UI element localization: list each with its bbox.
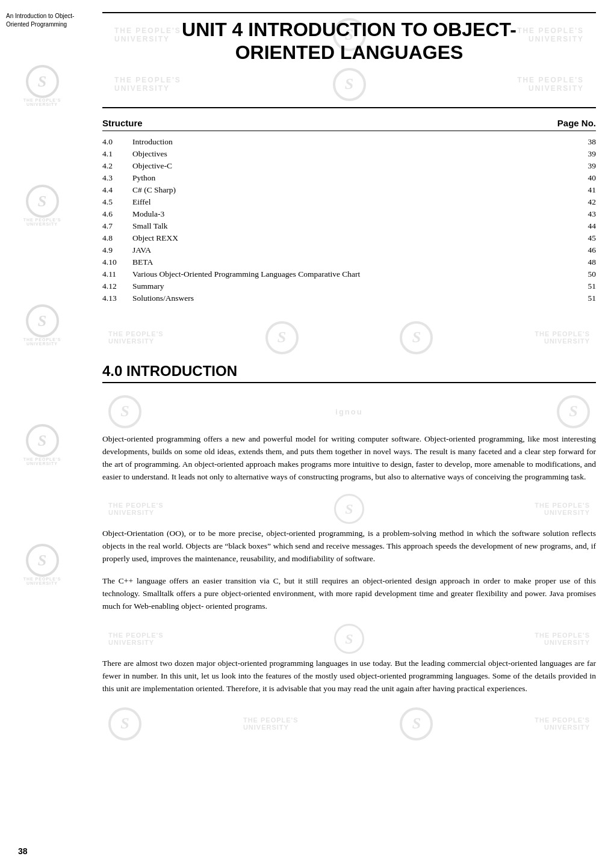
wm-row-middle: THE PEOPLE'SUNIVERSITY S S THE PEOPLE'SU…	[102, 319, 596, 357]
top-rule	[102, 12, 596, 13]
sidebar-logo-4: S THE PEOPLE'SUNIVERSITY	[6, 424, 78, 466]
wm-row-p1: S ignou S	[102, 393, 596, 431]
toc-row: 4.3 Python 40	[102, 172, 596, 184]
toc-page: 51	[560, 280, 596, 292]
toc-num: 4.1	[102, 148, 132, 160]
toc-title: JAVA	[132, 244, 560, 256]
sidebar-title: An Introduction to Object- Oriented Prog…	[6, 12, 78, 29]
sidebar-logo-3: S THE PEOPLE'SUNIVERSITY	[6, 304, 78, 346]
toc-row: 4.9 JAVA 46	[102, 244, 596, 256]
toc-page: 42	[560, 196, 596, 208]
toc-num: 4.11	[102, 268, 132, 280]
toc-num: 4.4	[102, 184, 132, 196]
toc-num: 4.7	[102, 220, 132, 232]
unit-title-line1: UNIT 4 INTRODUCTION TO OBJECT-	[182, 19, 516, 40]
sidebar-logo-5: S THE PEOPLE'SUNIVERSITY	[6, 544, 78, 585]
toc-title: C# (C Sharp)	[132, 184, 560, 196]
paragraph-1: Object-oriented programming offers a new…	[102, 433, 596, 484]
sidebar-logo-2: S THE PEOPLE'SUNIVERSITY	[6, 185, 78, 226]
section-underline	[102, 382, 596, 383]
wm-text-right-3: THE PEOPLE'SUNIVERSITY	[535, 330, 590, 345]
toc-num: 4.10	[102, 256, 132, 268]
toc-row: 4.7 Small Talk 44	[102, 220, 596, 232]
toc-title: Object REXX	[132, 232, 560, 244]
toc-page: 38	[560, 136, 596, 148]
section-4-0-title: 4.0 INTRODUCTION	[102, 363, 596, 380]
toc-row: 4.10 BETA 48	[102, 256, 596, 268]
toc-num: 4.6	[102, 208, 132, 220]
paragraph-2: Object-Orientation (OO), or to be more p…	[102, 528, 596, 565]
toc-page: 43	[560, 208, 596, 220]
toc-row: 4.11 Various Object-Oriented Programming…	[102, 268, 596, 280]
toc-num: 4.5	[102, 196, 132, 208]
toc-row: 4.2 Objective-C 39	[102, 160, 596, 172]
paragraphs-container: Object-oriented programming offers a new…	[102, 433, 596, 695]
toc-title: Objective-C	[132, 160, 560, 172]
paragraph-3: The C++ language offers an easier transi…	[102, 575, 596, 613]
toc-title: Python	[132, 172, 560, 184]
toc-title: Various Object-Oriented Programming Lang…	[132, 268, 560, 280]
toc-page: 48	[560, 256, 596, 268]
unit-title: UNIT 4 INTRODUCTION TO OBJECT- ORIENTED …	[102, 18, 596, 64]
structure-header: Structure Page No.	[102, 118, 596, 131]
toc-title: BETA	[132, 256, 560, 268]
wm-row-bottom: S THE PEOPLE'SUNIVERSITY S THE PEOPLE'SU…	[102, 705, 596, 743]
toc-row: 4.8 Object REXX 45	[102, 232, 596, 244]
toc-row: 4.6 Modula-3 43	[102, 208, 596, 220]
wm-between-para-2: THE PEOPLE'SUNIVERSITY S THE PEOPLE'SUNI…	[102, 623, 596, 655]
toc-title: Introduction	[132, 136, 560, 148]
wm-logo-mid-2: S	[400, 321, 433, 354]
toc-page: 45	[560, 232, 596, 244]
wm-text-right-2: THE PEOPLE'SUNIVERSITY	[517, 76, 584, 93]
toc-page: 39	[560, 148, 596, 160]
toc-page: 46	[560, 244, 596, 256]
toc-page: 41	[560, 184, 596, 196]
unit-title-line2: ORIENTED LANGUAGES	[235, 42, 464, 63]
wm-between-para-0: THE PEOPLE'SUNIVERSITY S THE PEOPLE'SUNI…	[102, 493, 596, 525]
toc-title: Objectives	[132, 148, 560, 160]
toc-page: 51	[560, 292, 596, 304]
toc-num: 4.2	[102, 160, 132, 172]
toc-row: 4.5 Eiffel 42	[102, 196, 596, 208]
toc-page: 44	[560, 220, 596, 232]
toc-row: 4.13 Solutions/Answers 51	[102, 292, 596, 304]
wm-text-bottom-left: THE PEOPLE'SUNIVERSITY	[243, 716, 299, 731]
toc-title: Solutions/Answers	[132, 292, 560, 304]
toc-num: 4.12	[102, 280, 132, 292]
wm-logo-mid-1: S	[265, 321, 299, 354]
toc-title: Modula-3	[132, 208, 560, 220]
sidebar-title-line1: An Introduction to Object-	[6, 13, 74, 19]
page-no-label: Page No.	[557, 118, 596, 128]
wm-text-mid-p1: ignou	[335, 407, 362, 416]
sidebar-logo-1: S THE PEOPLE'SUNIVERSITY	[6, 65, 78, 106]
toc-row: 4.12 Summary 51	[102, 280, 596, 292]
wm-text-left-2: THE PEOPLE'SUNIVERSITY	[114, 76, 181, 93]
toc-num: 4.13	[102, 292, 132, 304]
page-number: 38	[18, 846, 28, 856]
wm-text-bottom-right: THE PEOPLE'SUNIVERSITY	[535, 716, 590, 731]
toc-row: 4.0 Introduction 38	[102, 136, 596, 148]
toc-page: 50	[560, 268, 596, 280]
toc-title: Small Talk	[132, 220, 560, 232]
toc-table: 4.0 Introduction 38 4.1 Objectives 39 4.…	[102, 136, 596, 304]
page: An Introduction to Object- Oriented Prog…	[0, 0, 614, 868]
title-underline	[102, 107, 596, 108]
toc-num: 4.3	[102, 172, 132, 184]
toc-title: Summary	[132, 280, 560, 292]
toc-row: 4.1 Objectives 39	[102, 148, 596, 160]
toc-page: 39	[560, 160, 596, 172]
sidebar-title-line2: Oriented Programming	[6, 21, 67, 28]
wm-logo-center-2: S	[333, 68, 366, 101]
wm-text-left-3: THE PEOPLE'SUNIVERSITY	[108, 330, 164, 345]
main-content: THE PEOPLE'SUNIVERSITY S THE PEOPLE'SUNI…	[90, 0, 608, 767]
toc-row: 4.4 C# (C Sharp) 41	[102, 184, 596, 196]
toc-num: 4.0	[102, 136, 132, 148]
sidebar: An Introduction to Object- Oriented Prog…	[0, 0, 84, 868]
toc-title: Eiffel	[132, 196, 560, 208]
structure-label: Structure	[102, 118, 143, 128]
toc-page: 40	[560, 172, 596, 184]
paragraph-4: There are almost two dozen major object-…	[102, 657, 596, 695]
toc-num: 4.8	[102, 232, 132, 244]
toc-num: 4.9	[102, 244, 132, 256]
